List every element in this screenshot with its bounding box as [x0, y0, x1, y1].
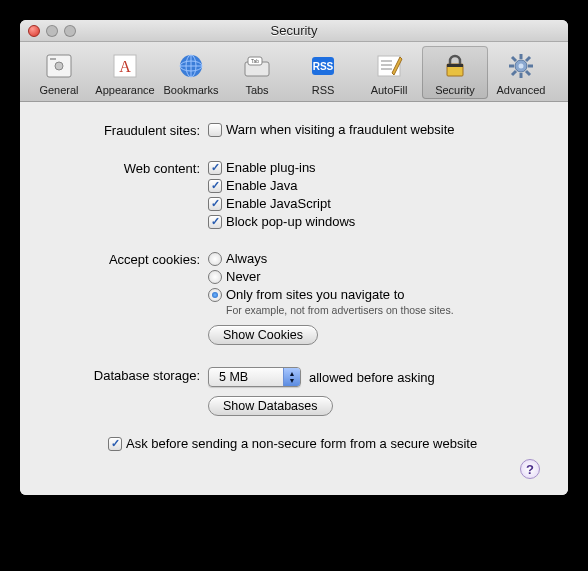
minimize-button[interactable]	[46, 25, 58, 37]
window-controls	[28, 25, 76, 37]
content-area: Fraudulent sites: Warn when visiting a f…	[20, 102, 568, 495]
toolbar: General A Appearance Bookmarks Tab Tabs …	[20, 42, 568, 102]
tab-label: General	[26, 84, 92, 96]
checkbox-icon	[208, 215, 222, 229]
radio-icon	[208, 270, 222, 284]
appearance-icon: A	[109, 50, 141, 82]
database-size-popup[interactable]: 5 MB ▲▼	[208, 367, 301, 387]
svg-line-28	[526, 57, 530, 61]
zoom-button[interactable]	[64, 25, 76, 37]
radio-icon	[208, 288, 222, 302]
tab-label: Tabs	[224, 84, 290, 96]
bookmarks-icon	[175, 50, 207, 82]
tab-label: Security	[422, 84, 488, 96]
tab-label: Bookmarks	[158, 84, 224, 96]
svg-point-30	[519, 64, 524, 69]
cookies-always-radio[interactable]: Always	[208, 251, 540, 266]
accept-cookies-row: Accept cookies: Always Never Only from s…	[48, 251, 540, 345]
general-icon	[43, 50, 75, 82]
popup-arrows-icon: ▲▼	[283, 368, 300, 386]
checkbox-icon	[208, 179, 222, 193]
radio-label: Never	[226, 269, 261, 284]
radio-label: Only from sites you navigate to	[226, 287, 404, 302]
tab-bookmarks[interactable]: Bookmarks	[158, 46, 224, 99]
tab-rss[interactable]: RSS RSS	[290, 46, 356, 99]
svg-rect-2	[50, 58, 56, 60]
radio-icon	[208, 252, 222, 266]
svg-rect-20	[447, 64, 463, 67]
autofill-icon	[373, 50, 405, 82]
cookies-only-radio[interactable]: Only from sites you navigate to	[208, 287, 540, 302]
show-databases-button[interactable]: Show Databases	[208, 396, 333, 416]
svg-text:Tab: Tab	[251, 58, 259, 64]
rss-icon: RSS	[307, 50, 339, 82]
fraudulent-sites-label: Fraudulent sites:	[48, 122, 208, 138]
tab-label: RSS	[290, 84, 356, 96]
checkbox-icon	[108, 437, 122, 451]
window-title: Security	[20, 23, 568, 38]
tab-label: Advanced	[488, 84, 554, 96]
checkbox-label: Enable Java	[226, 178, 298, 193]
titlebar: Security	[20, 20, 568, 42]
tab-label: AutoFill	[356, 84, 422, 96]
cookies-never-radio[interactable]: Never	[208, 269, 540, 284]
enable-java-checkbox[interactable]: Enable Java	[208, 178, 540, 193]
web-content-label: Web content:	[48, 160, 208, 176]
preferences-window: Security General A Appearance Bookmarks …	[20, 20, 568, 495]
close-button[interactable]	[28, 25, 40, 37]
svg-text:A: A	[119, 58, 131, 75]
checkbox-icon	[208, 123, 222, 137]
tab-label: Appearance	[92, 84, 158, 96]
tab-tabs[interactable]: Tab Tabs	[224, 46, 290, 99]
web-content-row: Web content: Enable plug-ins Enable Java…	[48, 160, 540, 229]
advanced-icon	[505, 50, 537, 82]
tabs-icon: Tab	[241, 50, 273, 82]
accept-cookies-label: Accept cookies:	[48, 251, 208, 267]
checkbox-icon	[208, 197, 222, 211]
database-suffix: allowed before asking	[309, 370, 435, 385]
checkbox-label: Block pop-up windows	[226, 214, 355, 229]
fraudulent-sites-row: Fraudulent sites: Warn when visiting a f…	[48, 122, 540, 138]
svg-line-26	[512, 57, 516, 61]
checkbox-label: Warn when visiting a fraudulent website	[226, 122, 455, 137]
database-storage-row: Database storage: 5 MB ▲▼ allowed before…	[48, 367, 540, 416]
tab-advanced[interactable]: Advanced	[488, 46, 554, 99]
tab-general[interactable]: General	[26, 46, 92, 99]
help-button[interactable]: ?	[520, 459, 540, 479]
block-popups-checkbox[interactable]: Block pop-up windows	[208, 214, 540, 229]
security-icon	[439, 50, 471, 82]
svg-point-1	[55, 62, 63, 70]
show-cookies-button[interactable]: Show Cookies	[208, 325, 318, 345]
radio-label: Always	[226, 251, 267, 266]
svg-text:RSS: RSS	[313, 61, 334, 72]
popup-value: 5 MB	[209, 370, 283, 384]
svg-line-27	[526, 71, 530, 75]
tab-security[interactable]: Security	[422, 46, 488, 99]
checkbox-label: Enable JavaScript	[226, 196, 331, 211]
enable-javascript-checkbox[interactable]: Enable JavaScript	[208, 196, 540, 211]
tab-appearance[interactable]: A Appearance	[92, 46, 158, 99]
checkbox-label: Ask before sending a non-secure form fro…	[126, 436, 477, 451]
tab-autofill[interactable]: AutoFill	[356, 46, 422, 99]
enable-plugins-checkbox[interactable]: Enable plug-ins	[208, 160, 540, 175]
nonsecure-form-checkbox[interactable]: Ask before sending a non-secure form fro…	[108, 436, 540, 451]
warn-fraud-checkbox-row[interactable]: Warn when visiting a fraudulent website	[208, 122, 540, 137]
database-storage-label: Database storage:	[48, 367, 208, 383]
checkbox-label: Enable plug-ins	[226, 160, 316, 175]
cookies-hint: For example, not from advertisers on tho…	[226, 304, 540, 316]
checkbox-icon	[208, 161, 222, 175]
svg-line-29	[512, 71, 516, 75]
